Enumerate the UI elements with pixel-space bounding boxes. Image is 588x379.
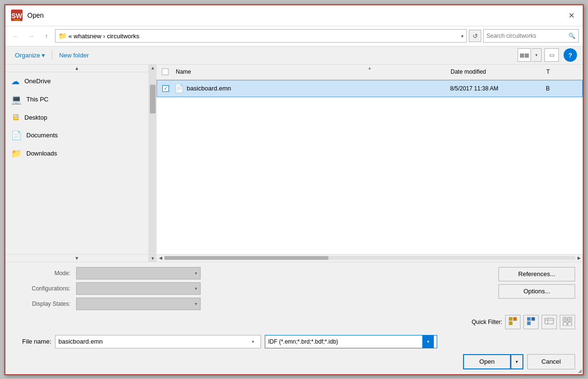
h-scroll-track[interactable] [164,256,575,260]
mode-select[interactable]: ▾ [76,267,201,279]
sidebar-scroll-up[interactable]: ▲ [5,65,148,72]
mode-label: Mode: [13,270,70,277]
address-folder-icon: 📁 [58,32,67,40]
new-folder-button[interactable]: New folder [55,50,92,61]
open-dropdown-button[interactable]: ▾ [511,354,523,369]
col-header-name[interactable]: Name [174,68,449,75]
file-type: B [544,85,582,92]
sidebar-wrapper: ▲ ☁ OneDrive 💻 This PC 🖥 Desktop [5,65,157,262]
quick-filter-icon-2 [526,316,536,328]
file-list: 📄 basicboard.emn 8/5/2017 11:38 AM B [157,80,583,254]
open-button[interactable]: Open [463,354,511,369]
filetype-select[interactable]: IDF (*.emn;*.brd;*.bdf;*.idb) ▾ [265,335,437,348]
sidebar-scrollbar-thumb[interactable] [150,85,156,113]
filetype-dropdown-button[interactable]: ▾ [422,335,434,348]
configurations-select-arrow: ▾ [195,286,197,291]
h-scroll-left-button[interactable]: ◀ [157,254,164,262]
preview-pane-icon: ▭ [549,52,554,58]
quick-filter-btn-2[interactable] [523,315,539,329]
sidebar-label-downloads: Downloads [26,150,57,157]
cancel-button[interactable]: Cancel [527,354,575,369]
quick-filter-btn-1[interactable] [505,315,520,329]
file-area: ▲ Name Date modified T 📄 basicboard.emn … [157,65,583,262]
sidebar-item-onedrive[interactable]: ☁ OneDrive [5,72,148,90]
forward-button[interactable]: → [24,29,38,43]
col-header-date[interactable]: Date modified [449,68,544,75]
col-header-up-arrow: ▲ [368,66,372,70]
address-bar[interactable]: 📁 « whatsnew › circuitworks ▾ [55,29,467,43]
desktop-icon: 🖥 [11,112,20,123]
dropdowns-section: Mode: ▾ Configurations: ▾ Displa [13,267,493,310]
organize-button[interactable]: Organize ▾ [11,50,49,61]
help-button[interactable]: ? [564,48,577,62]
file-select-checkbox[interactable] [162,85,169,92]
dialog-title: Open [27,11,565,19]
references-button[interactable]: References... [498,267,575,281]
table-row[interactable]: 📄 basicboard.emn 8/5/2017 11:38 AM B [157,80,583,97]
sidebar-item-desktop[interactable]: 🖥 Desktop [5,109,148,126]
toolbar-separator [52,50,52,60]
display-states-label: Display States: [13,301,70,307]
open-dialog: SW 2019 Open ✕ ← → ↑ 📁 « whatsnew › circ… [4,4,584,375]
view-button[interactable]: ▦▦ [518,48,531,62]
svg-rect-4 [513,317,517,321]
svg-rect-15 [568,317,572,321]
configurations-label: Configurations: [13,285,70,292]
quick-filter-btn-3[interactable] [542,315,557,329]
select-all-checkbox[interactable] [162,68,169,75]
display-states-select-arrow: ▾ [195,301,197,306]
sidebar-item-thispc[interactable]: 💻 This PC [5,90,148,109]
file-checkbox[interactable] [157,85,174,92]
filename-label: File name: [13,338,51,345]
refresh-button[interactable]: ↺ [469,30,481,42]
preview-pane-button[interactable]: ▭ [544,48,559,62]
app-logo: SW 2019 [10,9,23,22]
view-dropdown-button[interactable]: ▾ [532,48,542,62]
quick-filter-btn-4[interactable] [560,315,575,329]
col-checkbox-header[interactable] [157,68,174,75]
file-date: 8/5/2017 11:38 AM [448,85,544,92]
address-dropdown-icon[interactable]: ▾ [461,33,464,39]
sidebar-scroll-down-arrow[interactable]: ▼ [151,256,155,261]
back-button[interactable]: ← [9,29,23,43]
close-button[interactable]: ✕ [565,9,578,22]
file-type-icon: 📄 [174,84,184,93]
svg-rect-6 [527,317,531,321]
svg-rect-12 [563,317,567,321]
svg-rect-7 [531,317,535,321]
filename-dropdown-button[interactable]: ▾ [248,335,258,348]
svg-rect-5 [509,322,512,325]
horizontal-scrollbar[interactable]: ◀ ▶ [157,254,583,262]
navigation-bar: ← → ↑ 📁 « whatsnew › circuitworks ▾ ↺ 🔍 [5,26,583,46]
controls-section: Mode: ▾ Configurations: ▾ Displa [13,267,575,310]
documents-icon: 📄 [11,130,22,141]
display-states-row: Display States: ▾ [13,298,493,310]
file-name: basicboard.emn [187,85,448,92]
filename-input-wrapper: ▾ [55,335,261,348]
sidebar-scroll-up-arrow[interactable]: ▲ [151,66,155,70]
sidebar-scrollbar[interactable]: ▲ ▼ [149,65,157,262]
h-scroll-right-button[interactable]: ▶ [575,254,583,262]
quick-filter-icon-4 [563,316,572,328]
action-buttons: References... Options... [498,267,575,310]
bottom-area: Mode: ▾ Configurations: ▾ Displa [5,262,583,374]
downloads-icon: 📁 [11,148,22,159]
display-states-select[interactable]: ▾ [76,298,201,310]
search-input[interactable] [486,33,568,39]
col-header-type[interactable]: T [544,68,583,75]
filename-row: File name: ▾ IDF (*.emn;*.brd;*.bdf;*.id… [13,335,575,348]
filetype-select-value: IDF (*.emn;*.brd;*.bdf;*.idb) [268,338,338,345]
column-header: ▲ Name Date modified T [157,65,583,80]
quick-filter-icon-1 [508,316,518,328]
options-button[interactable]: Options... [498,284,575,299]
sidebar-item-downloads[interactable]: 📁 Downloads [5,145,148,163]
configurations-select[interactable]: ▾ [76,282,201,295]
up-button[interactable]: ↑ [40,29,53,43]
sidebar-label-documents: Documents [26,132,58,139]
quick-filter-row: Quick Filter: [13,315,575,329]
filename-input[interactable] [58,338,248,345]
sidebar-item-documents[interactable]: 📄 Documents [5,126,148,145]
resize-grip[interactable]: ◢ [578,368,582,373]
sidebar-scroll-down[interactable]: ▼ [5,254,148,262]
h-scroll-thumb[interactable] [164,256,328,260]
